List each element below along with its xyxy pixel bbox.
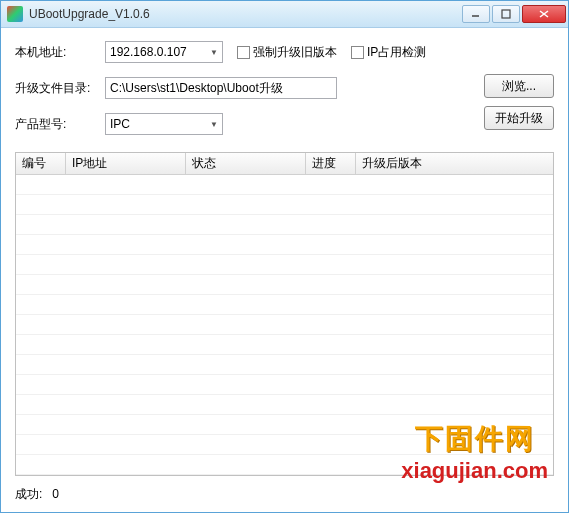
table-row: [16, 255, 553, 275]
table-row: [16, 355, 553, 375]
maximize-icon: [501, 9, 511, 19]
checkbox-box-icon: [237, 46, 250, 59]
force-old-label: 强制升级旧版本: [253, 44, 337, 61]
row-model: 产品型号: IPC ▼: [15, 112, 554, 136]
table-row: [16, 275, 553, 295]
window-controls: [460, 5, 566, 23]
chevron-down-icon: ▼: [210, 48, 218, 57]
col-version[interactable]: 升级后版本: [356, 153, 553, 174]
checkbox-box-icon: [351, 46, 364, 59]
start-upgrade-button[interactable]: 开始升级: [484, 106, 554, 130]
success-label: 成功:: [15, 486, 42, 503]
model-value: IPC: [110, 117, 130, 131]
minimize-icon: [471, 9, 481, 19]
maximize-button[interactable]: [492, 5, 520, 23]
force-old-checkbox[interactable]: 强制升级旧版本: [237, 44, 337, 61]
minimize-button[interactable]: [462, 5, 490, 23]
table-row: [16, 215, 553, 235]
chevron-down-icon: ▼: [210, 120, 218, 129]
titlebar[interactable]: UBootUpgrade_V1.0.6: [1, 1, 568, 28]
browse-button[interactable]: 浏览...: [484, 74, 554, 98]
dir-input[interactable]: C:\Users\st1\Desktop\Uboot升级: [105, 77, 337, 99]
row-upgrade-dir: 升级文件目录: C:\Users\st1\Desktop\Uboot升级: [15, 76, 554, 100]
model-label: 产品型号:: [15, 116, 105, 133]
col-progress[interactable]: 进度: [306, 153, 356, 174]
col-status[interactable]: 状态: [186, 153, 306, 174]
local-ip-combo[interactable]: 192.168.0.107 ▼: [105, 41, 223, 63]
table-header: 编号 IP地址 状态 进度 升级后版本: [16, 153, 553, 175]
table-row: [16, 335, 553, 355]
row-local-ip: 本机地址: 192.168.0.107 ▼ 强制升级旧版本 IP占用检测: [15, 40, 554, 64]
ip-check-checkbox[interactable]: IP占用检测: [351, 44, 426, 61]
table-row: [16, 175, 553, 195]
right-button-group: 浏览... 开始升级: [484, 74, 554, 130]
col-no[interactable]: 编号: [16, 153, 66, 174]
app-icon: [7, 6, 23, 22]
close-button[interactable]: [522, 5, 566, 23]
svg-rect-1: [502, 10, 510, 18]
col-ip[interactable]: IP地址: [66, 153, 186, 174]
table-row: [16, 395, 553, 415]
window-title: UBootUpgrade_V1.0.6: [29, 7, 460, 21]
dir-value: C:\Users\st1\Desktop\Uboot升级: [110, 80, 283, 97]
table-row: [16, 375, 553, 395]
success-count: 0: [52, 487, 59, 501]
table-row: [16, 295, 553, 315]
status-bar: 成功: 0: [15, 484, 554, 504]
dir-label: 升级文件目录:: [15, 80, 105, 97]
result-table: 编号 IP地址 状态 进度 升级后版本: [15, 152, 554, 476]
table-row: [16, 195, 553, 215]
table-row: [16, 455, 553, 475]
model-combo[interactable]: IPC ▼: [105, 113, 223, 135]
table-row: [16, 435, 553, 455]
close-icon: [538, 9, 550, 19]
table-row: [16, 235, 553, 255]
app-window: UBootUpgrade_V1.0.6 本机地址: 192.168.0.107 …: [0, 0, 569, 513]
table-row: [16, 315, 553, 335]
ip-check-label: IP占用检测: [367, 44, 426, 61]
local-ip-value: 192.168.0.107: [110, 45, 187, 59]
table-body[interactable]: [16, 175, 553, 475]
content-area: 本机地址: 192.168.0.107 ▼ 强制升级旧版本 IP占用检测 升级文…: [1, 28, 568, 512]
table-row: [16, 415, 553, 435]
local-ip-label: 本机地址:: [15, 44, 105, 61]
